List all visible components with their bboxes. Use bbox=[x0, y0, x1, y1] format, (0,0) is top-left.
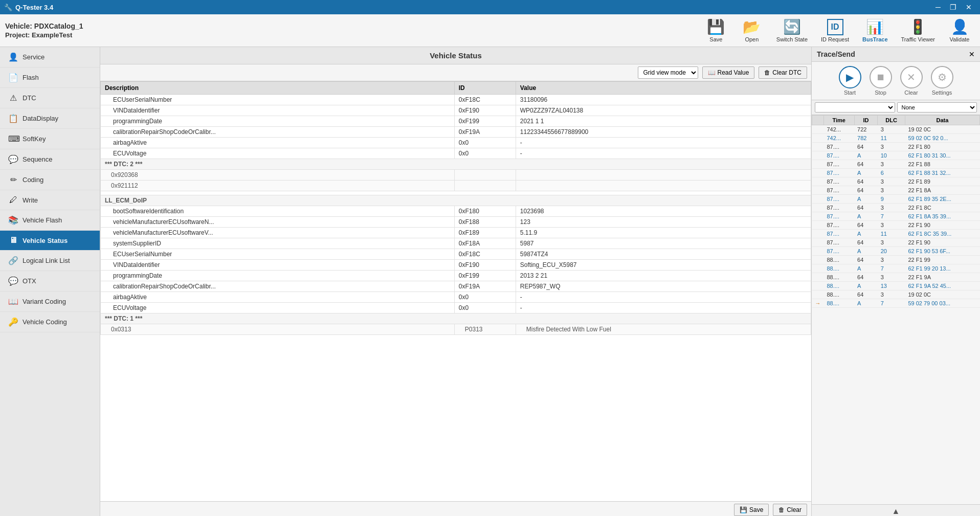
read-value-button[interactable]: 📖 Read Value bbox=[702, 66, 755, 79]
sidebar-item-logical-link[interactable]: 🔗Logical Link List bbox=[0, 251, 100, 271]
vs-clear-icon: 🗑 bbox=[778, 506, 785, 513]
sidebar-item-variant-coding[interactable]: 📖Variant Coding bbox=[0, 291, 100, 312]
row-id: 0xF19A bbox=[454, 281, 516, 292]
row-id: 0xF199 bbox=[454, 271, 516, 281]
save-icon: 💾 bbox=[707, 18, 725, 35]
switch-state-button[interactable]: 🔄 Switch State bbox=[772, 16, 812, 44]
table-row: ECUserSerialNumber0xF18C59874TZ4 bbox=[101, 249, 811, 260]
validate-button[interactable]: 👤 Validate bbox=[944, 16, 975, 44]
vs-clear-button[interactable]: 🗑 Clear bbox=[773, 504, 807, 516]
sidebar-icon-vehicle-flash: 📚 bbox=[8, 215, 18, 225]
vehicle-prefix: Vehicle: bbox=[5, 22, 32, 30]
dtc-value bbox=[516, 170, 811, 181]
stop-label: Stop bbox=[875, 89, 886, 96]
trace-row: 87....64322 F1 89 bbox=[812, 177, 980, 186]
trace-id: 782 bbox=[854, 134, 878, 143]
trace-title: Trace/Send bbox=[817, 50, 855, 58]
trace-table-container[interactable]: Time ID DLC Data 742...722319 02 0C742..… bbox=[812, 115, 980, 504]
vs-save-button[interactable]: 💾 Save bbox=[734, 504, 769, 516]
trace-scroll-up-button[interactable]: ▲ bbox=[892, 507, 900, 516]
minimize-button[interactable]: ─ bbox=[931, 2, 945, 12]
trace-dlc: 7 bbox=[878, 299, 905, 308]
trace-stop-button[interactable]: ⏹ Stop bbox=[870, 66, 892, 96]
trace-id: 64 bbox=[854, 238, 878, 247]
table-row: 0x921112 bbox=[101, 181, 811, 191]
sidebar-item-vehicle-coding[interactable]: 🔑Vehicle Coding bbox=[0, 312, 100, 332]
trace-controls: ▶ Start ⏹ Stop ✕ Clear ⚙ Settings bbox=[812, 62, 980, 100]
row-value: 2013 2 21 bbox=[516, 271, 811, 281]
trace-id: 64 bbox=[854, 204, 878, 212]
sidebar-item-vehicle-status[interactable]: 🖥Vehicle Status bbox=[0, 231, 100, 251]
trace-time: 87.... bbox=[824, 204, 855, 212]
row-desc: ECUserSerialNumber bbox=[101, 249, 455, 260]
trace-row: 87....64322 F1 80 bbox=[812, 143, 980, 151]
trace-time: 87.... bbox=[824, 247, 855, 256]
trace-bottom: ▲ bbox=[812, 504, 980, 516]
trace-id-header: ID bbox=[854, 116, 878, 125]
trace-arrow bbox=[812, 273, 824, 282]
trace-row: 87....64322 F1 90 bbox=[812, 238, 980, 247]
trace-dlc: 3 bbox=[878, 204, 905, 212]
row-id: 0x0 bbox=[454, 303, 516, 313]
switch-state-label: Switch State bbox=[776, 36, 808, 42]
trace-clear-button[interactable]: ✕ Clear bbox=[900, 66, 923, 96]
spacer-cell bbox=[101, 191, 811, 195]
table-row: calibrationRepairShopCodeOrCalibr...0xF1… bbox=[101, 281, 811, 292]
trace-id: 64 bbox=[854, 186, 878, 195]
dtc-value bbox=[516, 181, 811, 191]
settings-label: Settings bbox=[932, 89, 952, 96]
sidebar-item-flash[interactable]: 📄Flash bbox=[0, 68, 100, 88]
sidebar-item-softkey[interactable]: ⌨SoftKey bbox=[0, 129, 100, 149]
save-button[interactable]: 💾 Save bbox=[701, 16, 731, 44]
vs-table-container[interactable]: Description ID Value ECUserSerialNumber0… bbox=[100, 81, 811, 501]
sidebar-label-vehicle-coding: Vehicle Coding bbox=[23, 318, 67, 326]
sidebar-item-datadisplay[interactable]: 📋DataDisplay bbox=[0, 108, 100, 129]
trace-filter1[interactable] bbox=[815, 102, 895, 113]
sidebar-icon-vehicle-status: 🖥 bbox=[8, 236, 18, 245]
trace-time-header: Time bbox=[824, 116, 855, 125]
validate-icon: 👤 bbox=[951, 18, 969, 35]
trace-data: 22 F1 90 bbox=[905, 238, 979, 247]
sidebar-item-write[interactable]: 🖊Write bbox=[0, 190, 100, 210]
group-cell: LL_ECM_DoIP bbox=[101, 195, 811, 206]
main-layout: 👤Service📄Flash⚠DTC📋DataDisplay⌨SoftKey💬S… bbox=[0, 47, 980, 516]
trace-id: A bbox=[854, 195, 878, 204]
trace-start-button[interactable]: ▶ Start bbox=[839, 66, 861, 96]
traffic-viewer-button[interactable]: 🚦 Traffic Viewer bbox=[897, 16, 939, 44]
row-id: 0xF199 bbox=[454, 116, 516, 127]
vehicle-info: Vehicle: PDXCatalog_1 bbox=[5, 22, 83, 30]
trace-id: 64 bbox=[854, 221, 878, 230]
sidebar-item-coding[interactable]: ✏Coding bbox=[0, 170, 100, 190]
trace-arrow bbox=[812, 212, 824, 221]
sidebar-item-sequence[interactable]: 💬Sequence bbox=[0, 149, 100, 170]
id-request-button[interactable]: ID ID Request bbox=[817, 17, 853, 44]
trace-close-button[interactable]: ✕ bbox=[969, 50, 975, 58]
sidebar-item-vehicle-flash[interactable]: 📚Vehicle Flash bbox=[0, 210, 100, 231]
trace-time: 742... bbox=[824, 125, 855, 134]
bus-trace-button[interactable]: 📊 BusTrace bbox=[858, 16, 892, 44]
open-button[interactable]: 📂 Open bbox=[737, 16, 767, 44]
sidebar-icon-flash: 📄 bbox=[8, 73, 18, 82]
sidebar-item-dtc[interactable]: ⚠DTC bbox=[0, 88, 100, 108]
toolbar: 💾 Save 📂 Open 🔄 Switch State ID ID Reque… bbox=[701, 16, 975, 44]
sidebar-item-otx[interactable]: 💬OTX bbox=[0, 271, 100, 291]
row-value: - bbox=[516, 138, 811, 148]
vs-save-label: Save bbox=[749, 506, 763, 513]
trace-settings-button[interactable]: ⚙ Settings bbox=[931, 66, 953, 96]
trace-id: A bbox=[854, 282, 878, 290]
row-desc: ECUserSerialNumber bbox=[101, 95, 455, 105]
row-value: REP5987_WQ bbox=[516, 281, 811, 292]
app-icon: 🔧 bbox=[4, 4, 12, 11]
maximize-button[interactable]: ❐ bbox=[946, 2, 961, 12]
trace-data: 22 F1 88 bbox=[905, 160, 979, 169]
clear-dtc-button[interactable]: 🗑 Clear DTC bbox=[759, 66, 807, 79]
close-button[interactable]: ✕ bbox=[962, 2, 976, 12]
view-mode-select[interactable]: Grid view mode bbox=[638, 66, 698, 79]
row-value: Softing_ECU_X5987 bbox=[516, 260, 811, 271]
trace-time: 87.... bbox=[824, 221, 855, 230]
sidebar-label-flash: Flash bbox=[23, 74, 39, 81]
sidebar-item-service[interactable]: 👤Service bbox=[0, 47, 100, 68]
trace-dlc: 11 bbox=[878, 230, 905, 238]
trace-row: 742...7821159 02 0C 92 0... bbox=[812, 134, 980, 143]
trace-filter2[interactable]: None bbox=[897, 102, 977, 113]
